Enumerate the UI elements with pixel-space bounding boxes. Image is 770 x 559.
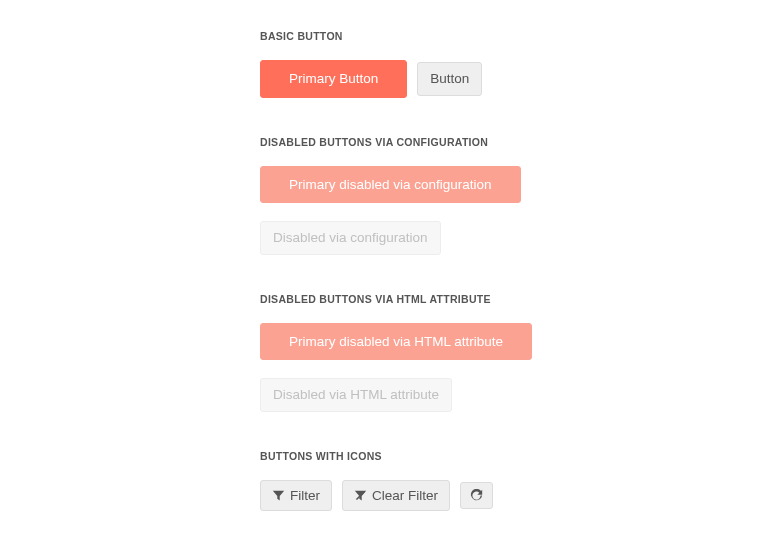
section-disabled-html: DISABLED BUTTONS VIA HTML ATTRIBUTE Prim… bbox=[260, 293, 770, 412]
primary-disabled-config-button: Primary disabled via configuration bbox=[260, 166, 521, 204]
section-title: DISABLED BUTTONS VIA CONFIGURATION bbox=[260, 136, 770, 148]
filter-button[interactable]: Filter bbox=[260, 480, 332, 512]
section-title: BUTTONS WITH ICONS bbox=[260, 450, 770, 462]
section-disabled-config: DISABLED BUTTONS VIA CONFIGURATION Prima… bbox=[260, 136, 770, 255]
button-row: Filter Clear Filter bbox=[260, 480, 770, 512]
primary-button[interactable]: Primary Button bbox=[260, 60, 407, 98]
button-stack: Primary disabled via configuration Disab… bbox=[260, 166, 770, 255]
button-stack: Primary disabled via HTML attribute Disa… bbox=[260, 323, 770, 412]
refresh-button[interactable] bbox=[460, 482, 493, 509]
default-button[interactable]: Button bbox=[417, 62, 482, 96]
disabled-html-button: Disabled via HTML attribute bbox=[260, 378, 452, 412]
section-title: BASIC BUTTON bbox=[260, 30, 770, 42]
filter-button-label: Filter bbox=[290, 487, 320, 505]
section-buttons-with-icons: BUTTONS WITH ICONS Filter Clear Filter bbox=[260, 450, 770, 512]
section-title: DISABLED BUTTONS VIA HTML ATTRIBUTE bbox=[260, 293, 770, 305]
clear-filter-button[interactable]: Clear Filter bbox=[342, 480, 450, 512]
refresh-icon bbox=[470, 489, 483, 502]
button-row: Primary Button Button bbox=[260, 60, 770, 98]
filter-icon bbox=[272, 489, 285, 502]
primary-disabled-html-button: Primary disabled via HTML attribute bbox=[260, 323, 532, 361]
clear-filter-button-label: Clear Filter bbox=[372, 487, 438, 505]
section-basic-button: BASIC BUTTON Primary Button Button bbox=[260, 30, 770, 98]
clear-filter-icon bbox=[354, 489, 367, 502]
disabled-config-button: Disabled via configuration bbox=[260, 221, 441, 255]
